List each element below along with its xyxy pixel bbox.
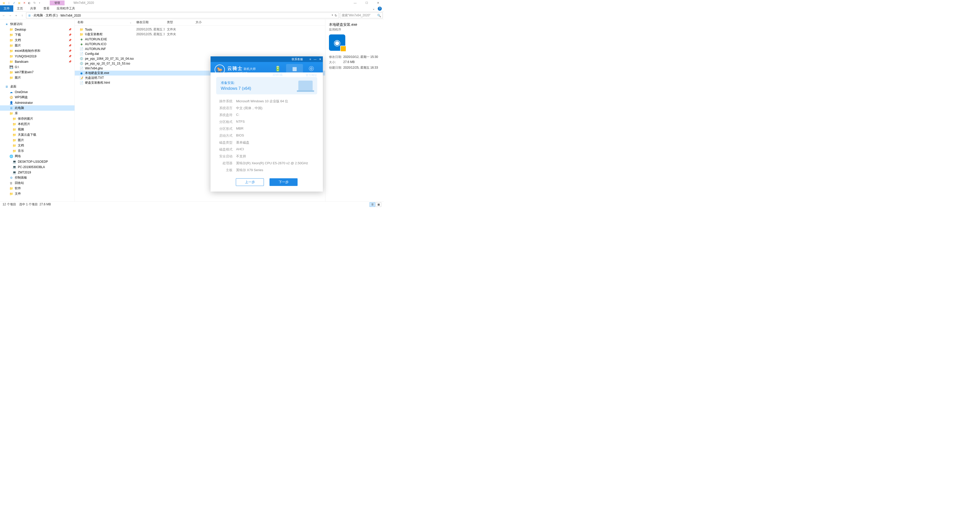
file-row[interactable]: ◈AUTORUN.EXE <box>75 37 325 41</box>
cloud-icon: ☁ <box>9 90 13 94</box>
nav-item[interactable]: 📁YUNQISHI2019📌 <box>0 54 75 59</box>
maximize-button[interactable]: ☐ <box>361 0 372 6</box>
nav-item[interactable]: 💻ZMT2019 <box>0 170 75 175</box>
nav-item[interactable]: 📁视频 <box>0 127 75 132</box>
nav-item[interactable]: 📁软件 <box>0 186 75 191</box>
col-size[interactable]: 大小 <box>193 20 213 24</box>
icons-view-button[interactable]: ▦ <box>375 202 381 207</box>
search-icon[interactable]: 🔍 <box>377 14 381 17</box>
dialog-tab[interactable]: ⓔ官方网址 <box>303 64 320 78</box>
help-icon[interactable]: ? <box>378 6 382 11</box>
status-bar: 12 个项目 选中 1 个项目 27.6 MB ☰ ▦ <box>0 201 384 207</box>
breadcrumb[interactable]: 🖥 › 此电脑 › 文档 (E:) › Win7x64_2020 ▾↻ <box>26 13 339 18</box>
nav-item[interactable]: 📁win7重装win7 <box>0 70 75 75</box>
file-row[interactable]: 📄Config.dat <box>75 51 325 56</box>
tab-app-tools[interactable]: 应用程序工具 <box>53 5 79 12</box>
dialog-close-button[interactable]: ✕ <box>319 58 321 61</box>
file-row[interactable]: 📄AUTORUN.INF <box>75 46 325 51</box>
nav-item[interactable]: 📁天翼云盘下载 <box>0 132 75 138</box>
nav-item[interactable]: 📁图片📌 <box>0 43 75 48</box>
dialog-minimize-button[interactable]: — <box>313 58 317 61</box>
nav-item[interactable]: ☁OneDrive <box>0 89 75 95</box>
nav-item[interactable]: 📁音乐 <box>0 148 75 154</box>
crumb-drive[interactable]: 文档 (E:) <box>46 13 58 17</box>
nav-item[interactable]: 📁文档📌 <box>0 38 75 43</box>
col-date[interactable]: 修改日期 <box>134 20 164 24</box>
tab-file[interactable]: 文件 <box>0 5 13 12</box>
nav-quick-access[interactable]: ★ 快速访问 <box>0 21 75 27</box>
check-icon[interactable]: ✓ <box>12 1 16 5</box>
col-name[interactable]: 名称⌄ <box>75 20 134 24</box>
back-button[interactable]: ← <box>1 13 6 18</box>
nav-item-label: YUNQISHI2019 <box>15 55 37 58</box>
nav-item[interactable]: ⚙控制面板 <box>0 175 75 180</box>
nav-item[interactable]: 📁excel表格制作求和📌 <box>0 48 75 54</box>
nav-item[interactable]: 🗑回收站 <box>0 180 75 186</box>
chevron-right-icon[interactable]: › <box>32 14 33 17</box>
folder-icon: 📁 <box>9 49 13 53</box>
nav-item[interactable]: 📁图片 <box>0 75 75 80</box>
tab-view[interactable]: 查看 <box>40 5 53 12</box>
nav-item-label: win7重装win7 <box>15 70 33 75</box>
recent-dropdown[interactable]: ▾ <box>13 13 19 18</box>
nav-item[interactable]: 💾G:\ <box>0 64 75 70</box>
nav-item[interactable]: 💻PC-20190530OBLA <box>0 164 75 170</box>
chevron-right-icon[interactable]: › <box>44 14 45 17</box>
folder-icon[interactable]: ▣ <box>2 1 6 5</box>
nav-desktop[interactable]: 🖥 桌面 <box>0 84 75 89</box>
nav-item[interactable]: 📁Desktop📌 <box>0 27 75 32</box>
info-key: 操作系统 <box>216 99 232 103</box>
ribbon-right: ⌄ ? <box>369 6 384 11</box>
nav-label: 桌面 <box>10 84 16 89</box>
prop-key: 大小: <box>329 60 343 65</box>
col-type[interactable]: 类型 <box>164 20 193 24</box>
search-input[interactable]: 搜索"Win7x64_2020" 🔍 <box>340 13 383 18</box>
delete-icon[interactable]: ✕ <box>22 1 27 5</box>
nav-item[interactable]: 📁本机照片 <box>0 121 75 127</box>
nav-item[interactable]: 📁文件 <box>0 191 75 197</box>
forward-button[interactable]: → <box>7 13 13 18</box>
file-row[interactable]: 📁Tools2020/12/25, 星期五 1...文件夹 <box>75 27 325 32</box>
nav-item[interactable]: 📁下载📌 <box>0 32 75 38</box>
crumb-folder[interactable]: Win7x64_2020 <box>60 14 81 17</box>
nav-item[interactable]: 📁Bandicam📌 <box>0 59 75 64</box>
tab-home[interactable]: 主页 <box>13 5 27 12</box>
nav-item[interactable]: 👤Administrator <box>0 100 75 105</box>
nav-item[interactable]: 🖥此电脑 <box>0 105 75 111</box>
refresh-icon[interactable]: ↻ <box>32 1 37 5</box>
chevron-right-icon[interactable]: › <box>59 14 59 17</box>
next-button[interactable]: 下一步 <box>269 178 298 186</box>
qat-dropdown-icon[interactable]: ▾ <box>37 2 42 4</box>
ribbon-expand-icon[interactable]: ⌄ <box>372 6 375 11</box>
nav-item[interactable]: 💻DESKTOP-LSSOEDP <box>0 159 75 164</box>
detail-prop: 大小:27.6 MB <box>329 60 380 65</box>
contact-service[interactable]: 联系客服 <box>212 57 303 61</box>
file-row[interactable]: ◈AUTORUN.ICO <box>75 41 325 46</box>
nav-item[interactable]: 🌐网络 <box>0 154 75 159</box>
nav-item[interactable]: 📁保存的图片 <box>0 116 75 121</box>
nav-buttons: ← → ▾ ↑ <box>1 13 25 18</box>
tab-label: 启动U盘 <box>272 73 283 76</box>
dialog-tab[interactable]: ▦一键装机 <box>286 64 303 78</box>
prev-button[interactable]: 上一步 <box>236 178 264 186</box>
up-button[interactable]: ↑ <box>19 13 25 18</box>
refresh-dropdown[interactable]: ▾↻ <box>332 14 337 17</box>
pin-icon: 📌 <box>68 28 72 31</box>
dialog-tab[interactable]: 🔋启动U盘 <box>269 64 286 78</box>
nav-item[interactable]: 📁库 <box>0 111 75 116</box>
file-row[interactable]: 📁U盘安装教程2020/12/25, 星期五 1...文件夹 <box>75 32 325 37</box>
dialog-menu-button[interactable]: ≡ <box>310 58 311 61</box>
crumb-pc[interactable]: 此电脑 <box>34 13 43 17</box>
folder2-icon[interactable]: ▣ <box>17 1 21 5</box>
properties-icon[interactable]: ◐ <box>27 1 32 5</box>
nav-item[interactable]: 📁图片 <box>0 138 75 143</box>
tab-share[interactable]: 共享 <box>27 5 40 12</box>
close-button[interactable]: ✕ <box>372 0 384 6</box>
details-view-button[interactable]: ☰ <box>369 202 375 207</box>
file-icon: 📄 <box>80 47 83 51</box>
folder-icon: 📁 <box>12 133 16 137</box>
nav-item[interactable]: 📀WPS网盘 <box>0 95 75 100</box>
minimize-button[interactable]: — <box>349 0 361 6</box>
file-icon: 📁 <box>80 32 83 36</box>
nav-item[interactable]: 📁文档 <box>0 143 75 148</box>
